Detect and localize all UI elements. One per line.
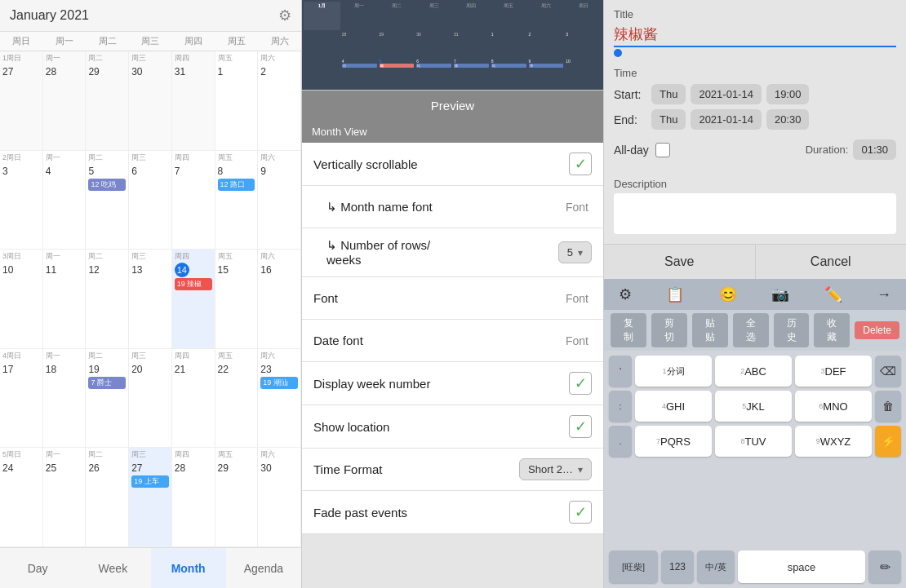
- cal-cell[interactable]: 周二512 吃鸡: [86, 151, 129, 250]
- gear-icon[interactable]: ⚙: [278, 7, 291, 24]
- kb-favorites-btn[interactable]: 收藏: [814, 313, 850, 347]
- end-date-btn[interactable]: 2021-01-14: [691, 109, 762, 130]
- keyboard-settings-icon[interactable]: ⚙: [614, 284, 637, 305]
- checkbox-week-num[interactable]: ✓: [569, 372, 592, 395]
- cal-cell[interactable]: 周一28: [43, 51, 87, 151]
- kb-delete-btn[interactable]: Delete: [855, 321, 899, 339]
- cal-cell[interactable]: 周五1: [215, 51, 259, 151]
- cal-cell[interactable]: 周一4: [43, 151, 87, 250]
- checkbox-fade-past[interactable]: ✓: [569, 501, 592, 524]
- tab-week[interactable]: Week: [75, 548, 150, 588]
- cal-cell[interactable]: 周四21: [172, 349, 215, 449]
- checkbox-scrollable[interactable]: ✓: [569, 153, 592, 175]
- kb-ghi[interactable]: 4 GHI: [635, 391, 712, 422]
- cal-cell[interactable]: 周三20: [129, 349, 172, 449]
- start-day-btn[interactable]: Thu: [651, 84, 686, 104]
- tab-month[interactable]: Month: [151, 548, 226, 588]
- cal-cell[interactable]: 周一18: [43, 349, 87, 449]
- cal-cell[interactable]: 4周日17: [0, 349, 43, 449]
- kb-backspace[interactable]: ⌫: [875, 356, 901, 387]
- kb-mno[interactable]: 6 MNO: [795, 391, 872, 422]
- cal-cell[interactable]: 周六2319 潮汕: [258, 349, 301, 449]
- cal-cell[interactable]: 3周日10: [0, 250, 43, 349]
- cal-cell[interactable]: 周三2719 上车: [129, 448, 172, 547]
- cal-cell[interactable]: 周六30: [258, 448, 301, 547]
- kb-history-btn[interactable]: 历史: [774, 313, 810, 347]
- kb-space-btn[interactable]: space: [738, 550, 865, 583]
- cal-cell[interactable]: 周三13: [129, 250, 172, 349]
- cal-cell[interactable]: 周四28: [172, 448, 215, 547]
- kb-colon[interactable]: :: [609, 391, 632, 422]
- kb-trash[interactable]: 🗑: [875, 391, 901, 422]
- kb-cut-btn[interactable]: 剪切: [651, 313, 687, 347]
- settings-row-scrollable[interactable]: Vertically scrollable ✓: [302, 143, 603, 186]
- kb-paste-btn[interactable]: 贴贴: [692, 313, 728, 347]
- settings-row-date-font[interactable]: Date font Font: [302, 320, 603, 362]
- kb-copy-btn[interactable]: 复制: [611, 313, 646, 347]
- tab-agenda[interactable]: Agenda: [226, 548, 301, 588]
- settings-row-show-location[interactable]: Show location ✓: [302, 405, 603, 449]
- kb-tuv[interactable]: 8 TUV: [715, 426, 792, 457]
- save-button[interactable]: Save: [604, 245, 756, 279]
- kb-def[interactable]: 3 DEF: [795, 356, 872, 387]
- cal-cell[interactable]: 周二197 爵士: [86, 349, 129, 449]
- cal-cell[interactable]: 周六2: [258, 51, 301, 151]
- cal-cell-today[interactable]: 周四1419 辣椒: [172, 250, 215, 349]
- kb-123-btn[interactable]: 123: [661, 550, 694, 583]
- cal-cell[interactable]: 周四7: [172, 151, 215, 250]
- cal-cell[interactable]: 周五812 路口: [215, 151, 259, 250]
- kb-lightning[interactable]: ⚡: [875, 426, 901, 457]
- duration-value-btn[interactable]: 01:30: [853, 139, 896, 160]
- kb-pen-edit-icon[interactable]: ✏: [868, 550, 901, 583]
- settings-row-font[interactable]: Font Font: [302, 277, 603, 320]
- cal-cell[interactable]: 周六16: [258, 250, 301, 349]
- settings-row-week-num[interactable]: Display week number ✓: [302, 362, 603, 405]
- cal-cell[interactable]: 周一11: [43, 250, 87, 349]
- keyboard-arrow-right-icon[interactable]: →: [872, 285, 896, 305]
- title-input[interactable]: [614, 24, 896, 47]
- kb-pqrs[interactable]: 7 PQRS: [635, 426, 712, 457]
- keyboard-camera-icon[interactable]: 📷: [766, 284, 794, 305]
- cal-cell[interactable]: 周五15: [215, 250, 259, 349]
- end-time-btn[interactable]: 20:30: [766, 109, 810, 130]
- cal-cell[interactable]: 周三30: [129, 51, 172, 151]
- cal-cell[interactable]: 周五29: [215, 448, 259, 547]
- kb-apostrophe[interactable]: ': [609, 356, 632, 387]
- cal-cell[interactable]: 周四31: [172, 51, 215, 151]
- kb-lang-btn[interactable]: 中/英: [697, 550, 735, 583]
- cal-cell[interactable]: 1周日27: [0, 51, 43, 151]
- cal-cell[interactable]: 周五22: [215, 349, 259, 449]
- kb-abc[interactable]: 2 ABC: [715, 356, 792, 387]
- settings-row-month-name-font[interactable]: ↳ Month name font Font: [302, 186, 603, 228]
- tab-day[interactable]: Day: [0, 548, 75, 588]
- cancel-button[interactable]: Cancel: [756, 245, 907, 279]
- cal-cell[interactable]: 周二29: [86, 51, 129, 151]
- settings-row-num-rows[interactable]: ↳ Number of rows/weeks 5 ▾: [302, 228, 603, 277]
- kb-selectall-btn[interactable]: 全选: [733, 313, 769, 347]
- kb-fenci[interactable]: 1 分词: [635, 356, 712, 387]
- settings-row-fade-past[interactable]: Fade past events ✓: [302, 491, 603, 534]
- start-time-btn[interactable]: 19:00: [766, 84, 810, 104]
- dropdown-num-rows[interactable]: 5 ▾: [558, 241, 592, 263]
- kb-wxyz[interactable]: 9 WXYZ: [795, 426, 872, 457]
- cal-cell[interactable]: 2周日3: [0, 151, 43, 250]
- cal-cell[interactable]: 5周日24: [0, 448, 43, 547]
- keyboard-pen-icon[interactable]: ✏️: [819, 284, 847, 305]
- cal-cell[interactable]: 周一25: [43, 448, 87, 547]
- cal-cell[interactable]: 周六9: [258, 151, 301, 250]
- keyboard-emoji-icon[interactable]: 😊: [714, 284, 742, 305]
- end-day-btn[interactable]: Thu: [651, 109, 686, 130]
- keyboard-clipboard-icon[interactable]: 📋: [661, 284, 689, 305]
- settings-row-time-format[interactable]: Time Format Short 2… ▾: [302, 449, 603, 491]
- kb-emoji-food-btn[interactable]: [旺柴]: [609, 550, 658, 583]
- allday-checkbox[interactable]: [655, 143, 670, 157]
- cal-cell[interactable]: 周二26: [86, 448, 129, 547]
- cal-cell[interactable]: 周三6: [129, 151, 172, 250]
- description-input[interactable]: [614, 193, 896, 234]
- kb-period[interactable]: .: [609, 426, 632, 457]
- start-date-btn[interactable]: 2021-01-14: [691, 84, 762, 104]
- checkbox-show-location[interactable]: ✓: [569, 415, 592, 438]
- kb-jkl[interactable]: 5 JKL: [715, 391, 792, 422]
- dropdown-time-format[interactable]: Short 2… ▾: [519, 458, 592, 480]
- cal-cell[interactable]: 周二12: [86, 250, 129, 349]
